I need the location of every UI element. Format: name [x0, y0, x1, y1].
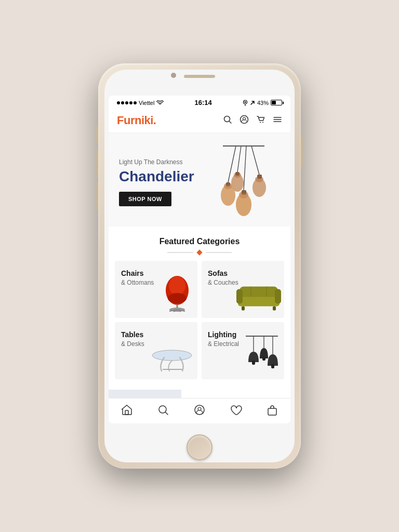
section-title: Featured Categories: [109, 237, 290, 246]
search-icon[interactable]: [223, 115, 232, 127]
svg-rect-17: [235, 172, 240, 176]
battery-fill: [272, 101, 276, 104]
categories-grid: Chairs & Ottomans: [109, 261, 290, 385]
speaker: [184, 75, 215, 78]
phone-screen: Viettel 16:14: [104, 70, 295, 462]
divider-line-right: [206, 252, 232, 253]
volume-up-button: [96, 149, 98, 178]
signal-dot: [117, 101, 120, 104]
category-card-lighting[interactable]: Lighting & Electrical: [202, 322, 284, 379]
shop-now-button[interactable]: SHOP NOW: [119, 192, 171, 206]
battery-icon: [271, 100, 282, 105]
category-card-chairs[interactable]: Chairs & Ottomans: [115, 261, 197, 318]
carrier-name: Viettel: [139, 100, 154, 106]
divider-diamond: [196, 249, 202, 255]
app-header: Furniki.: [109, 109, 290, 133]
section-divider: [109, 250, 290, 255]
location-icon: [243, 100, 248, 106]
nav-search[interactable]: [157, 404, 169, 419]
volume-down-button: [96, 182, 98, 210]
wifi-icon: [156, 100, 164, 105]
nav-home[interactable]: [121, 404, 133, 419]
screen: Viettel 16:14: [109, 96, 290, 423]
svg-point-28: [168, 293, 187, 303]
profile-nav-icon: [193, 404, 206, 419]
arrow-icon: [250, 100, 255, 105]
svg-rect-48: [252, 361, 255, 365]
chandelier-illustration: [212, 143, 275, 219]
svg-point-43: [152, 350, 192, 361]
svg-rect-61: [125, 410, 128, 415]
camera: [171, 73, 176, 78]
svg-point-5: [260, 122, 261, 123]
hero-title: Chandelier: [119, 169, 212, 185]
status-right: 43%: [243, 100, 282, 106]
svg-line-9: [244, 146, 246, 190]
header-icons: [223, 115, 282, 127]
nav-profile[interactable]: [193, 404, 206, 419]
svg-rect-49: [262, 357, 265, 361]
sofa-illustration: [235, 277, 282, 314]
svg-rect-38: [275, 289, 281, 304]
svg-rect-42: [273, 307, 276, 311]
svg-point-25: [236, 193, 251, 216]
hero-text: Light Up The Darkness Chandelier SHOP NO…: [119, 158, 212, 207]
screen-content: Viettel 16:14: [109, 96, 290, 423]
svg-point-2: [224, 116, 230, 122]
profile-icon[interactable]: [240, 115, 249, 127]
signal-bars: [117, 101, 137, 104]
signal-dot: [121, 101, 124, 104]
power-button: [301, 136, 303, 167]
bag-icon: [266, 404, 278, 419]
svg-line-8: [237, 146, 241, 172]
svg-rect-36: [238, 297, 280, 307]
tables-image: [149, 344, 195, 377]
category-card-sofas[interactable]: Sofas & Couches: [202, 261, 284, 318]
table-illustration: [149, 344, 195, 375]
signal-dot: [125, 101, 128, 104]
signal-dot: [134, 101, 137, 104]
svg-line-10: [251, 146, 259, 175]
featured-categories-section: Featured Categories: [109, 227, 290, 261]
svg-rect-50: [271, 364, 274, 368]
category-label-sofas: Sofas: [208, 269, 278, 278]
nav-cart[interactable]: [266, 404, 278, 419]
svg-rect-65: [268, 408, 276, 415]
divider-line-left: [167, 252, 193, 253]
signal-dot: [129, 101, 132, 104]
logo-text: Furniki: [117, 114, 153, 127]
home-icon: [121, 404, 133, 419]
search-nav-icon: [157, 404, 169, 419]
status-bar: Viettel 16:14: [109, 96, 290, 109]
cart-icon[interactable]: [256, 115, 265, 127]
svg-point-24: [221, 185, 235, 206]
svg-point-27: [169, 276, 185, 295]
heart-icon: [230, 404, 242, 419]
phone-frame: Viettel 16:14: [98, 63, 301, 469]
category-card-tables[interactable]: Tables & Desks: [115, 322, 197, 379]
battery-percent: 43%: [257, 100, 269, 106]
hero-image: [212, 143, 280, 221]
hero-banner: Light Up The Darkness Chandelier SHOP NO…: [109, 133, 290, 227]
svg-rect-37: [236, 289, 243, 304]
logo-dot: .: [153, 114, 156, 127]
lighting-image: [241, 334, 282, 377]
category-label-tables: Tables: [121, 330, 191, 339]
bottom-navigation: [109, 398, 290, 423]
chairs-image: [154, 272, 195, 316]
svg-point-62: [159, 406, 166, 413]
sofas-image: [235, 277, 282, 316]
mute-button: [96, 126, 98, 144]
svg-point-1: [244, 101, 246, 103]
app-logo: Furniki.: [117, 114, 156, 127]
hero-subtitle: Light Up The Darkness: [119, 158, 212, 166]
status-left: Viettel: [117, 100, 164, 106]
svg-rect-41: [242, 307, 245, 311]
menu-icon[interactable]: [273, 115, 282, 127]
chair-illustration: [154, 272, 195, 314]
status-time: 16:14: [195, 99, 212, 107]
pendant-illustration: [241, 334, 282, 375]
home-button[interactable]: [187, 434, 212, 460]
nav-wishlist[interactable]: [230, 404, 242, 419]
svg-rect-23: [257, 175, 262, 179]
